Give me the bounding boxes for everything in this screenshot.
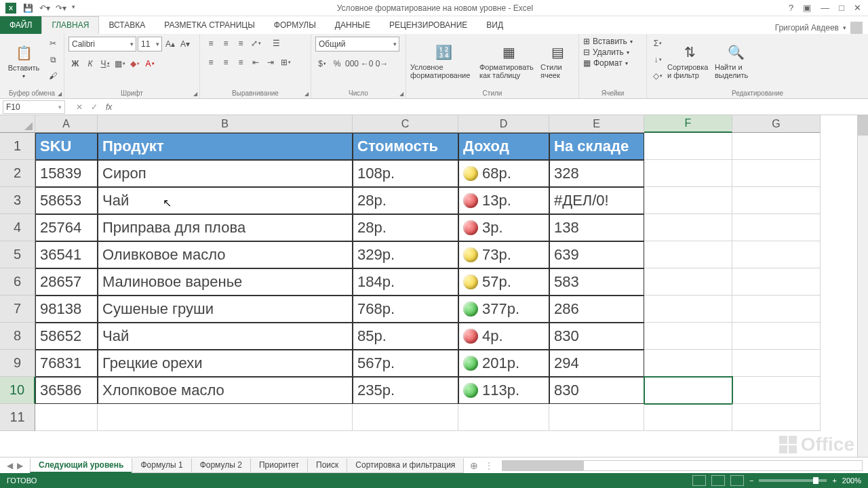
column-header-F[interactable]: F <box>644 115 732 133</box>
cell-G3[interactable] <box>732 187 821 214</box>
decrease-indent-icon[interactable]: ⇤ <box>249 56 262 69</box>
cell-G6[interactable] <box>732 268 821 296</box>
cell-G2[interactable] <box>732 160 821 187</box>
cell-D11[interactable] <box>458 404 549 431</box>
header-cell-C1[interactable]: Стоимость <box>353 133 458 160</box>
percent-icon[interactable]: % <box>330 57 344 70</box>
delete-cells-button[interactable]: ⊟Удалить▾ <box>583 47 629 57</box>
help-icon[interactable]: ? <box>789 3 793 13</box>
cell-D9[interactable]: 201р. <box>458 350 549 377</box>
cell-G5[interactable] <box>732 241 821 268</box>
format-painter-icon[interactable]: 🖌 <box>46 69 60 83</box>
column-header-A[interactable]: A <box>35 115 98 133</box>
cell-D2[interactable]: 68р. <box>458 160 549 187</box>
cell-styles-button[interactable]: ▤ Стили ячеек <box>540 37 574 85</box>
column-header-B[interactable]: B <box>98 115 353 133</box>
row-header-10[interactable]: 10 <box>0 377 35 404</box>
horizontal-scrollbar[interactable] <box>502 460 863 471</box>
dialog-launcher-icon[interactable]: ◢ <box>193 91 197 97</box>
user-name[interactable]: Григорий Авдеев <box>775 23 839 33</box>
tab-formulas[interactable]: ФОРМУЛЫ <box>264 16 326 34</box>
font-color-icon[interactable]: A <box>143 57 157 70</box>
align-right-icon[interactable]: ≡ <box>234 56 248 69</box>
file-tab[interactable]: ФАЙЛ <box>0 16 41 34</box>
autosum-icon[interactable]: Σ <box>651 37 665 50</box>
cell-G11[interactable] <box>732 404 821 431</box>
cell-B11[interactable] <box>98 404 353 431</box>
row-header-5[interactable]: 5 <box>0 241 35 268</box>
cell-F7[interactable] <box>644 296 732 323</box>
name-box[interactable]: F10 <box>3 100 65 114</box>
vertical-scrollbar[interactable] <box>857 115 868 457</box>
increase-indent-icon[interactable]: ⇥ <box>264 56 277 69</box>
column-header-D[interactable]: D <box>458 115 549 133</box>
cell-E4[interactable]: 138 <box>549 214 644 241</box>
cell-F9[interactable] <box>644 350 732 377</box>
format-cells-button[interactable]: ▦Формат▾ <box>583 58 628 68</box>
clear-icon[interactable]: ◇ <box>651 69 665 83</box>
header-cell-E1[interactable]: На складе <box>549 133 644 160</box>
tab-insert[interactable]: ВСТАВКА <box>99 16 155 34</box>
tab-data[interactable]: ДАННЫЕ <box>326 16 380 34</box>
wrap-text-icon[interactable]: ☰ <box>269 37 283 50</box>
cell-A10[interactable]: 36586 <box>35 377 98 404</box>
cell-G7[interactable] <box>732 296 821 323</box>
cancel-formula-icon[interactable]: ✕ <box>76 102 83 112</box>
cell-A9[interactable]: 76831 <box>35 350 98 377</box>
sheet-tab[interactable]: Поиск <box>307 458 347 473</box>
cell-G8[interactable] <box>732 323 821 350</box>
cell-C4[interactable]: 28р. <box>353 214 458 241</box>
fill-color-icon[interactable]: ◆ <box>128 57 142 70</box>
cell-E7[interactable]: 286 <box>549 296 644 323</box>
row-header-2[interactable]: 2 <box>0 160 35 187</box>
cell-E8[interactable]: 830 <box>549 323 644 350</box>
format-as-table-button[interactable]: ▦ Форматировать как таблицу <box>479 37 538 85</box>
zoom-level[interactable]: 200% <box>842 476 861 485</box>
cell-C5[interactable]: 329р. <box>353 241 458 268</box>
redo-icon[interactable]: ↷▾ <box>56 3 65 13</box>
cell-B6[interactable]: Малиновое варенье <box>98 268 353 296</box>
ribbon-display-icon[interactable]: ▣ <box>803 3 811 13</box>
header-cell-A1[interactable]: SKU <box>35 133 98 160</box>
cell-D6[interactable]: 57р. <box>458 268 549 296</box>
comma-icon[interactable]: 000 <box>345 57 359 70</box>
cell-D8[interactable]: 4р. <box>458 323 549 350</box>
cell-F5[interactable] <box>644 241 732 268</box>
sort-filter-button[interactable]: ⇅ Сортировка и фильтр <box>667 37 712 85</box>
cell-G1[interactable] <box>732 133 821 160</box>
normal-view-icon[interactable] <box>692 475 706 486</box>
maximize-icon[interactable]: □ <box>839 3 844 13</box>
cell-G9[interactable] <box>732 350 821 377</box>
cell-C2[interactable]: 108р. <box>353 160 458 187</box>
cell-E5[interactable]: 639 <box>549 241 644 268</box>
cell-C10[interactable]: 235р. <box>353 377 458 404</box>
increase-decimal-icon[interactable]: ←0 <box>360 57 374 70</box>
sheet-tab[interactable]: Приоритет <box>250 458 308 473</box>
bold-button[interactable]: Ж <box>68 57 82 70</box>
cell-F8[interactable] <box>644 323 732 350</box>
align-bottom-icon[interactable]: ≡ <box>234 37 248 50</box>
undo-icon[interactable]: ↶▾ <box>39 3 49 13</box>
tab-view[interactable]: ВИД <box>477 16 513 34</box>
cell-B10[interactable]: Хлопковое масло <box>98 377 353 404</box>
fill-icon[interactable]: ↓ <box>651 53 665 66</box>
column-header-E[interactable]: E <box>549 115 644 133</box>
align-middle-icon[interactable]: ≡ <box>219 37 233 50</box>
sheet-tab[interactable]: Формулы 1 <box>132 458 191 473</box>
user-dropdown-icon[interactable]: ▾ <box>843 24 846 31</box>
zoom-slider[interactable] <box>759 479 827 482</box>
paste-button[interactable]: 📋 Вставить ▾ <box>4 37 43 85</box>
header-cell-B1[interactable]: Продукт <box>98 133 353 160</box>
row-header-8[interactable]: 8 <box>0 323 35 350</box>
cell-B2[interactable]: Сироп <box>98 160 353 187</box>
sheet-tab[interactable]: Следующий уровень <box>30 458 132 473</box>
sheet-nav-next-icon[interactable]: ▶ <box>17 461 23 470</box>
select-all-corner[interactable] <box>0 115 35 133</box>
qat-customize-icon[interactable]: ▾ <box>72 3 81 13</box>
cell-D7[interactable]: 377р. <box>458 296 549 323</box>
align-center-icon[interactable]: ≡ <box>219 56 233 69</box>
cell-F11[interactable] <box>644 404 732 431</box>
cell-C7[interactable]: 768р. <box>353 296 458 323</box>
cell-B3[interactable]: Чай <box>98 187 353 214</box>
row-header-11[interactable]: 11 <box>0 404 35 431</box>
